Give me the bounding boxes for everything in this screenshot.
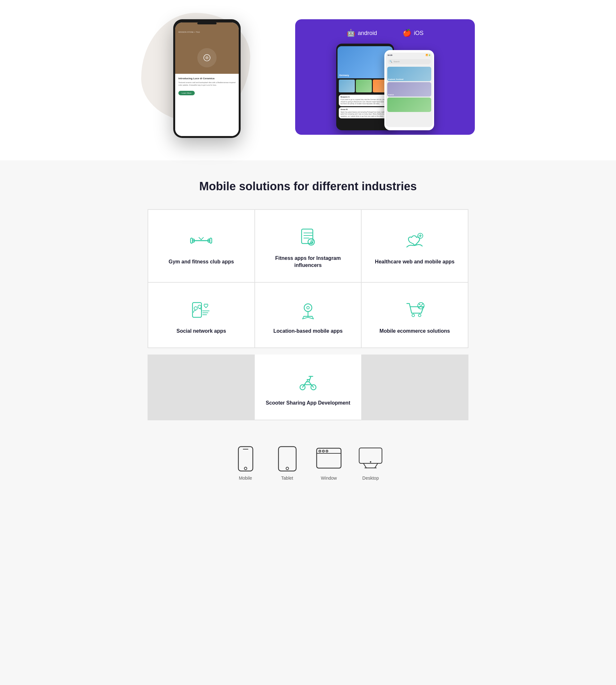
service-card-gym[interactable]: Gym and fitness club apps [148,210,255,282]
android-label: android [358,30,377,37]
hero-section: MISSION STONE × TILE Introducing Luce di… [0,0,616,160]
desktop-device-icon [358,446,383,472]
phone-text: Textured ceramic wall and backsplash til… [178,82,236,86]
healthcare-icon [403,229,426,252]
phone-screen-left: MISSION STONE × TILE Introducing Luce di… [175,22,239,136]
svg-point-48 [323,450,324,452]
device-desktop: Desktop [358,446,383,481]
services-grid-bottom: Scooter Sharing App Development [148,355,468,420]
ios-images: England, Scotland France [386,66,433,113]
window-label: Window [321,476,337,481]
location-label: Location-based mobile apps [273,328,343,335]
phone-pair: Germany Benjamin O. If you want to go to… [305,44,465,130]
svg-point-33 [422,306,423,308]
android-badge: 🤖 android [347,29,377,37]
fitness-instagram-icon [297,226,319,248]
phone-top-bar: MISSION STONE × TILE [175,22,239,42]
phone-title: Introducing Luce di Ceramica [178,77,236,80]
device-tablet: Tablet [274,446,300,481]
svg-rect-6 [210,238,212,243]
svg-point-22 [198,305,201,308]
ios-screen: 19:29 📶 🔋 🔍 Search England, Scotland Fra… [386,52,433,127]
healthcare-label: Healthcare web and mobile apps [375,258,455,265]
device-window: Window [316,446,342,481]
desktop-label: Desktop [362,476,379,481]
svg-point-29 [418,314,421,317]
ios-label: iOS [414,30,423,37]
svg-line-8 [199,238,201,240]
android-thumb-2 [356,80,372,92]
store-badges: 🤖 android 🍎 iOS [305,29,465,37]
hero-right: 🤖 android 🍎 iOS Germany [295,19,475,135]
tablet-label: Tablet [281,476,293,481]
ios-search-placeholder: Search [394,61,400,63]
scooter-label: Scooter Sharing App Development [266,399,350,406]
svg-point-1 [205,56,208,59]
svg-point-21 [194,307,197,310]
phone-notch [197,22,217,24]
scooter-icon [297,371,319,393]
svg-point-16 [310,242,312,244]
svg-point-32 [419,304,420,305]
fitness-instagram-label: Fitness apps for Instagram influencers [265,255,352,269]
ios-badge: 🍎 iOS [403,29,423,37]
gym-icon [190,229,213,252]
svg-point-28 [412,314,415,317]
mobile-label: Mobile [239,476,252,481]
svg-rect-20 [193,303,201,317]
svg-point-27 [307,306,309,309]
phone-content: Introducing Luce di Ceramica Textured ce… [175,74,239,136]
service-card-healthcare[interactable]: Healthcare web and mobile apps [361,210,468,282]
england-label: England, Scotland [388,78,403,80]
ios-search-bar[interactable]: 🔍 Search [388,59,431,64]
android-thumb-1 [339,80,355,92]
mobile-device-icon [233,446,258,472]
location-icon [297,299,319,321]
section-title: Mobile solutions for different industrie… [26,180,590,193]
device-mobile: Mobile [233,446,258,481]
phone-learn-more-btn[interactable]: Learn More [178,91,195,95]
service-card-ecommerce[interactable]: Mobile ecommerce solutions [361,283,468,348]
svg-point-47 [319,450,321,452]
hero-left: MISSION STONE × TILE Introducing Luce di… [141,13,276,141]
svg-rect-45 [317,448,341,468]
svg-point-49 [326,450,328,452]
svg-rect-5 [191,238,193,243]
ecommerce-icon [403,299,426,321]
services-grid: Gym and fitness club apps Fitness apps f… [148,209,468,348]
devices-section: Mobile Tablet W [26,440,590,493]
window-device-icon [316,446,342,472]
svg-line-36 [309,376,311,382]
svg-point-41 [244,467,247,470]
main-content: Mobile solutions for different industrie… [0,160,616,513]
svg-point-26 [304,304,312,312]
tablet-device-icon [274,446,300,472]
ios-img-extra [387,97,431,112]
ios-img-england: England, Scotland [387,67,431,81]
svg-point-54 [370,461,371,462]
social-label: Social network apps [176,328,226,335]
ios-phone: 19:29 📶 🔋 🔍 Search England, Scotland Fra… [384,50,434,130]
svg-point-44 [286,467,288,470]
phone-mockup-left: MISSION STONE × TILE Introducing Luce di… [173,19,241,138]
svg-line-52 [375,463,378,468]
ecommerce-label: Mobile ecommerce solutions [379,328,450,335]
service-card-location[interactable]: Location-based mobile apps [255,283,361,348]
gym-label: Gym and fitness club apps [169,258,234,265]
svg-rect-50 [359,448,382,463]
ios-img-france: France [387,82,431,96]
svg-line-7 [201,238,203,240]
svg-line-51 [364,463,367,468]
france-label: France [388,94,394,96]
service-card-social[interactable]: Social network apps [148,283,255,348]
service-card-fitness-instagram[interactable]: Fitness apps for Instagram influencers [255,210,361,282]
chat-bubble-1: Benjamin O. If you want to go to a typic… [339,95,391,106]
android-icon: 🤖 [347,29,355,37]
apple-icon: 🍎 [403,29,411,37]
social-icon [190,299,213,321]
germany-label: Germany [339,74,349,76]
service-card-scooter[interactable]: Scooter Sharing App Development [255,355,361,419]
chat-bubble-2: Arman M. Spain has great beauty and amaz… [339,107,391,119]
